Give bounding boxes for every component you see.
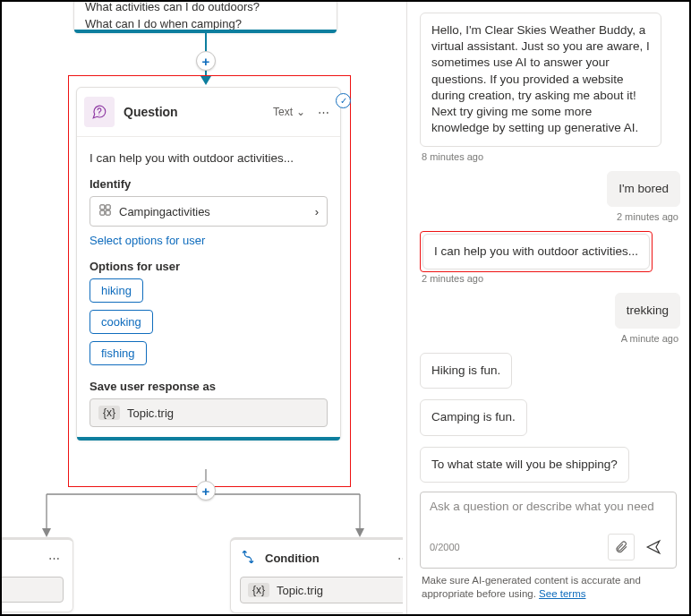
char-counter: 0/2000 xyxy=(430,542,460,552)
select-options-link[interactable]: Select options for user xyxy=(90,234,205,247)
message-timestamp: 8 minutes ago xyxy=(422,151,678,162)
chat-composer[interactable]: 0/2000 xyxy=(420,492,677,569)
node-title: Condition xyxy=(265,552,320,565)
bot-message: Hello, I'm Clear Skies Weather Buddy, a … xyxy=(420,13,661,147)
variable-picker[interactable]: {x} Topic.trig xyxy=(90,398,328,427)
user-message: trekking xyxy=(615,293,680,329)
question-icon xyxy=(84,97,115,127)
message-timestamp: 2 minutes ago xyxy=(422,273,678,284)
chevron-right-icon: › xyxy=(315,205,319,218)
chat-input[interactable] xyxy=(430,500,667,530)
attach-button[interactable] xyxy=(608,534,635,560)
authoring-canvas[interactable]: What activities can I do outdoors? What … xyxy=(2,2,403,614)
svg-rect-4 xyxy=(106,205,110,210)
message-timestamp: A minute ago xyxy=(422,333,678,344)
ai-disclaimer: Make sure AI-generated content is accura… xyxy=(414,574,682,607)
bot-message: I can help you with outdoor activities..… xyxy=(422,234,650,270)
svg-marker-12 xyxy=(355,528,364,537)
options-label: Options for user xyxy=(90,260,328,273)
user-option[interactable]: cooking xyxy=(90,310,153,334)
bot-message: Camping is fun. xyxy=(420,399,527,435)
user-option[interactable]: fishing xyxy=(90,341,147,365)
user-message: I'm bored xyxy=(607,171,680,207)
message-timestamp: 2 minutes ago xyxy=(422,211,678,222)
add-node-button[interactable]: + xyxy=(196,51,216,71)
bot-message: To what state will you be shipping? xyxy=(420,447,629,483)
svg-rect-3 xyxy=(100,205,105,210)
question-output-type[interactable]: Text ⌄ xyxy=(273,106,305,118)
see-terms-link[interactable]: See terms xyxy=(539,588,585,599)
node-status-icon: ✓ xyxy=(336,93,351,108)
question-prompt[interactable]: I can help you with outdoor activities..… xyxy=(90,151,328,165)
svg-marker-11 xyxy=(42,528,51,537)
node-more-menu[interactable]: ⋯ xyxy=(394,552,403,565)
condition-node[interactable]: tion ⋯ rig xyxy=(2,537,73,612)
user-option[interactable]: hiking xyxy=(90,278,143,303)
identify-entity-picker[interactable]: Campingactivities › xyxy=(90,196,328,227)
node-more-menu[interactable]: ⋯ xyxy=(314,106,333,119)
svg-marker-1 xyxy=(200,76,211,85)
node-title: Question xyxy=(124,105,264,119)
chat-messages[interactable]: Hello, I'm Clear Skies Weather Buddy, a … xyxy=(414,9,682,488)
question-node[interactable]: Question Text ⌄ ⋯ I can help you with ou… xyxy=(76,87,341,441)
variable-badge: {x} xyxy=(98,406,120,420)
svg-point-2 xyxy=(98,115,99,116)
condition-variable[interactable]: {x} Topic.trig xyxy=(240,577,403,603)
message-timestamp: A minute ago xyxy=(422,487,678,488)
entity-icon xyxy=(98,203,112,219)
chevron-down-icon: ⌄ xyxy=(296,106,305,118)
save-response-label: Save user response as xyxy=(90,380,328,393)
identify-label: Identify xyxy=(90,177,328,191)
svg-rect-6 xyxy=(106,210,110,215)
bot-message: Hiking is fun. xyxy=(420,353,512,389)
variable-name: Topic.trig xyxy=(127,406,174,420)
node-more-menu[interactable]: ⋯ xyxy=(45,552,64,565)
condition-variable[interactable]: rig xyxy=(2,577,64,603)
highlight-box: I can help you with outdoor activities..… xyxy=(420,231,653,272)
svg-rect-5 xyxy=(100,210,105,215)
variable-badge: {x} xyxy=(248,583,269,597)
send-button[interactable] xyxy=(640,534,667,560)
trigger-phrase: What activities can I do outdoors? xyxy=(85,2,326,16)
variable-name: Topic.trig xyxy=(277,584,323,597)
identify-entity-value: Campingactivities xyxy=(119,205,210,218)
condition-icon xyxy=(240,549,256,568)
add-node-button[interactable]: + xyxy=(196,481,216,500)
condition-node[interactable]: Condition ⋯ {x} Topic.trig xyxy=(230,537,403,613)
trigger-phrases-node[interactable]: What activities can I do outdoors? What … xyxy=(73,2,337,33)
test-chat-panel: Hello, I'm Clear Skies Weather Buddy, a … xyxy=(406,2,689,614)
